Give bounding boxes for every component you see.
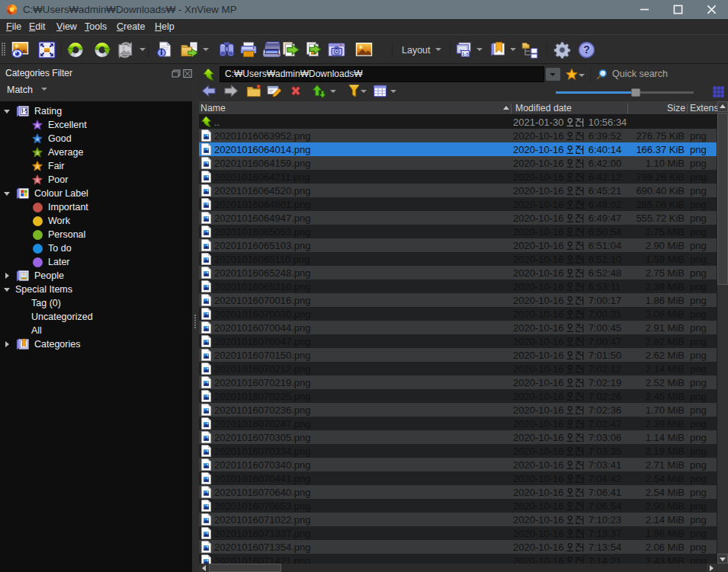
svg-text:1-5: 1-5 [462,51,470,56]
svg-text:?: ? [583,43,590,56]
